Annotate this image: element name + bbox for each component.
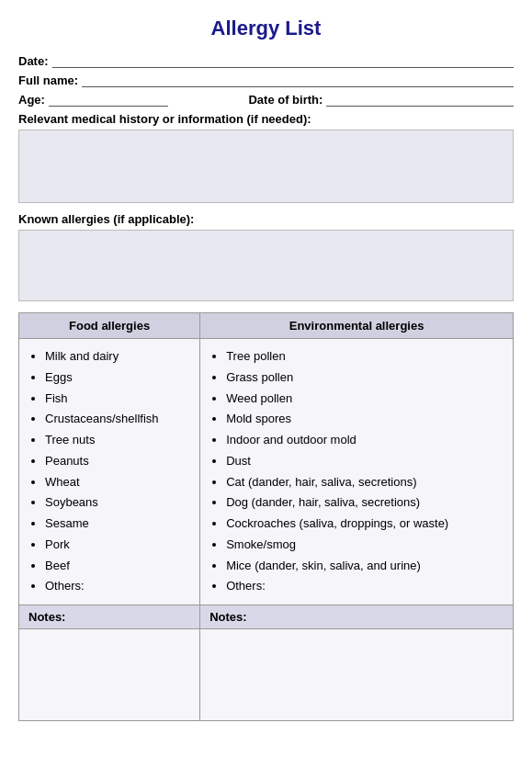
list-item: Weed pollen [226,389,504,410]
list-item: Mold spores [226,409,504,430]
known-allergies-label: Known allergies (if applicable): [18,212,514,226]
dob-input-line[interactable] [326,92,514,107]
fullname-label: Full name: [18,73,78,87]
page-title: Allergy List [18,17,514,40]
list-item: Milk and dairy [45,346,190,367]
known-allergies-textarea[interactable] [18,230,514,301]
date-input-line[interactable] [52,53,514,68]
list-item: Cockroaches (saliva, droppings, or waste… [226,514,504,535]
list-item: Eggs [45,367,190,389]
list-item: Grass pollen [226,367,504,389]
list-item: Cat (dander, hair, saliva, secretions) [226,472,504,493]
dob-label: Date of birth: [248,93,323,107]
fullname-input-line[interactable] [82,73,514,87]
table-header-row: Food allergies Environmental allergies [19,313,514,339]
env-allergies-list: Tree pollen Grass pollen Weed pollen Mol… [209,346,504,597]
col-food-header: Food allergies [19,313,200,339]
allergy-items-row: Milk and dairy Eggs Fish Crustaceans/she… [19,339,514,605]
list-item: Dog (dander, hair, saliva, secretions) [226,492,504,514]
list-item: Pork [45,535,190,556]
list-item: Soybeans [45,492,190,514]
age-dob-row: Age: Date of birth: [18,92,514,107]
list-item: Indoor and outdoor mold [226,430,504,451]
date-row: Date: [18,53,514,68]
list-item: Others: [45,576,190,597]
list-item: Sesame [45,514,190,535]
list-item: Peanuts [45,451,190,472]
list-item: Wheat [45,472,190,493]
fullname-row: Full name: [18,73,514,87]
food-allergies-list: Milk and dairy Eggs Fish Crustaceans/she… [28,346,190,597]
list-item: Dust [226,451,504,472]
food-allergies-cell: Milk and dairy Eggs Fish Crustaceans/she… [19,339,200,605]
notes-food-label: Notes: [19,605,200,629]
medical-history-textarea[interactable] [18,130,514,203]
notes-label-row: Notes: Notes: [19,605,514,629]
list-item: Smoke/smog [226,535,504,556]
age-label: Age: [18,93,45,107]
list-item: Others: [226,576,504,597]
notes-content-row [19,629,514,721]
age-input-line[interactable] [49,92,168,107]
list-item: Mice (dander, skin, saliva, and urine) [226,556,504,577]
list-item: Beef [45,556,190,577]
notes-food-cell[interactable] [19,629,200,721]
allergy-table: Food allergies Environmental allergies M… [18,312,514,721]
list-item: Crustaceans/shellfish [45,409,190,430]
col-env-header: Environmental allergies [200,313,514,339]
date-label: Date: [18,54,49,68]
list-item: Tree pollen [226,346,504,367]
env-allergies-cell: Tree pollen Grass pollen Weed pollen Mol… [200,339,514,605]
notes-env-label: Notes: [200,605,514,629]
medical-history-label: Relevant medical history or information … [18,112,514,126]
list-item: Fish [45,389,190,410]
list-item: Tree nuts [45,430,190,451]
notes-env-cell[interactable] [200,629,514,721]
